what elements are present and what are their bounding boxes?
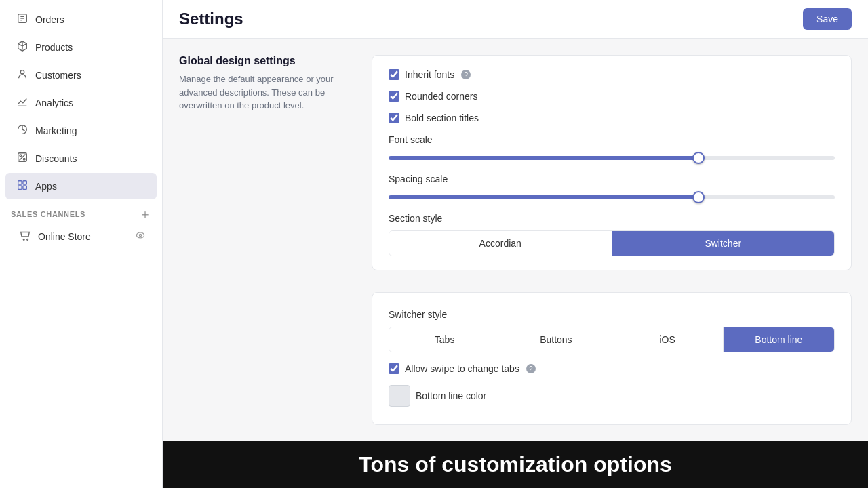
sales-channels-section: SALES CHANNELS ＋	[0, 200, 162, 223]
online-store-label: Online Store	[38, 231, 91, 242]
products-icon	[16, 40, 28, 54]
font-scale-slider[interactable]	[389, 156, 835, 160]
svg-rect-10	[18, 181, 22, 184]
apps-icon	[16, 179, 28, 193]
allow-swipe-row: Allow swipe to change tabs ?	[389, 363, 835, 374]
left-panel: Global design settings Manage the defaul…	[179, 55, 355, 425]
add-sales-channel-button[interactable]: ＋	[139, 208, 151, 220]
sidebar-item-label: Products	[35, 42, 73, 53]
sidebar-item-analytics[interactable]: Analytics	[5, 89, 157, 116]
section-style-label: Section style	[389, 213, 835, 224]
sidebar: Orders Products Customers Analytics Mark…	[0, 0, 163, 488]
page-title: Settings	[179, 9, 243, 28]
sidebar-item-customers[interactable]: Customers	[5, 62, 157, 88]
visibility-icon[interactable]	[135, 230, 146, 243]
inherit-fonts-label: Inherit fonts	[405, 69, 454, 80]
allow-swipe-checkbox[interactable]	[389, 363, 399, 374]
sidebar-item-label: Marketing	[35, 125, 77, 136]
bold-titles-label: Bold section titles	[405, 113, 479, 123]
inherit-fonts-checkbox[interactable]	[389, 69, 399, 80]
sidebar-item-online-store[interactable]: Online Store	[5, 224, 157, 249]
svg-rect-13	[23, 186, 26, 189]
bottom-banner: Tons of customization options	[163, 441, 868, 488]
svg-point-4	[20, 70, 24, 74]
bold-section-titles-row: Bold section titles	[389, 113, 835, 123]
analytics-icon	[16, 96, 28, 110]
inherit-fonts-row: Inherit fonts ?	[389, 69, 835, 80]
section-style-group: Accordian Switcher	[389, 230, 835, 256]
section-style-section: Section style Accordian Switcher	[389, 213, 835, 256]
section-style-accordian-button[interactable]: Accordian	[389, 231, 612, 256]
rounded-corners-checkbox[interactable]	[389, 91, 399, 102]
font-scale-label: Font scale	[389, 134, 835, 145]
sidebar-item-orders[interactable]: Orders	[5, 6, 157, 33]
svg-point-14	[23, 239, 24, 240]
bottom-line-color-row: Bottom line color	[389, 385, 835, 407]
switcher-tabs-button[interactable]: Tabs	[389, 327, 500, 352]
spacing-scale-slider[interactable]	[389, 195, 835, 199]
design-settings-card: Inherit fonts ? Rounded corners Bold sec…	[372, 55, 852, 270]
sales-channels-label: SALES CHANNELS	[11, 210, 85, 218]
svg-point-7	[23, 158, 25, 160]
global-design-desc: Manage the default appearance or your ad…	[179, 73, 355, 113]
rounded-corners-label: Rounded corners	[405, 91, 477, 102]
discounts-icon	[16, 151, 28, 165]
switcher-style-group: Tabs Buttons iOS Bottom line	[389, 327, 835, 352]
main-content: Settings Save Global design settings Man…	[163, 0, 868, 488]
page-header: Settings Save	[163, 0, 868, 39]
spacing-scale-label: Spacing scale	[389, 174, 835, 184]
online-store-icon	[19, 229, 31, 243]
switcher-ios-button[interactable]: iOS	[612, 327, 723, 352]
sidebar-item-label: Analytics	[35, 98, 73, 108]
sidebar-item-label: Orders	[35, 14, 64, 25]
banner-text: Tons of customization options	[359, 452, 672, 476]
rounded-corners-row: Rounded corners	[389, 91, 835, 102]
svg-rect-12	[18, 186, 22, 189]
sidebar-item-label: Apps	[35, 181, 57, 192]
switcher-bottom-line-button[interactable]: Bottom line	[723, 327, 834, 352]
allow-swipe-info-icon[interactable]: ?	[526, 364, 536, 373]
customers-icon	[16, 68, 28, 82]
svg-rect-11	[23, 181, 26, 184]
bottom-line-color-label: Bottom line color	[416, 390, 486, 401]
svg-point-6	[20, 155, 22, 157]
inherit-fonts-info-icon[interactable]: ?	[461, 70, 471, 79]
switcher-style-section: Switcher style Tabs Buttons iOS Bottom l…	[389, 309, 835, 352]
sidebar-item-discounts[interactable]: Discounts	[5, 145, 157, 171]
online-store-left: Online Store	[19, 229, 91, 243]
sidebar-item-apps[interactable]: Apps	[5, 173, 157, 199]
content-area: Global design settings Manage the defaul…	[163, 39, 868, 441]
font-scale-section: Font scale	[389, 134, 835, 163]
bold-titles-checkbox[interactable]	[389, 113, 399, 123]
switcher-settings-card: Switcher style Tabs Buttons iOS Bottom l…	[372, 292, 852, 425]
svg-point-15	[27, 239, 28, 240]
save-button[interactable]: Save	[803, 8, 852, 30]
settings-cards: Inherit fonts ? Rounded corners Bold sec…	[372, 55, 852, 425]
svg-line-8	[20, 155, 26, 161]
sidebar-item-label: Discounts	[35, 153, 77, 164]
spacing-scale-section: Spacing scale	[389, 174, 835, 202]
switcher-style-label: Switcher style	[389, 309, 835, 320]
sidebar-item-label: Customers	[35, 70, 81, 81]
svg-point-17	[139, 234, 141, 236]
section-style-switcher-button[interactable]: Switcher	[612, 231, 835, 256]
sidebar-item-products[interactable]: Products	[5, 34, 157, 60]
allow-swipe-label: Allow swipe to change tabs	[405, 363, 519, 374]
svg-point-16	[136, 232, 144, 238]
marketing-icon	[16, 123, 28, 138]
bottom-line-color-swatch[interactable]	[389, 385, 410, 407]
sidebar-item-marketing[interactable]: Marketing	[5, 117, 157, 144]
orders-icon	[16, 12, 28, 26]
switcher-buttons-button[interactable]: Buttons	[500, 327, 611, 352]
global-design-title: Global design settings	[179, 55, 355, 67]
